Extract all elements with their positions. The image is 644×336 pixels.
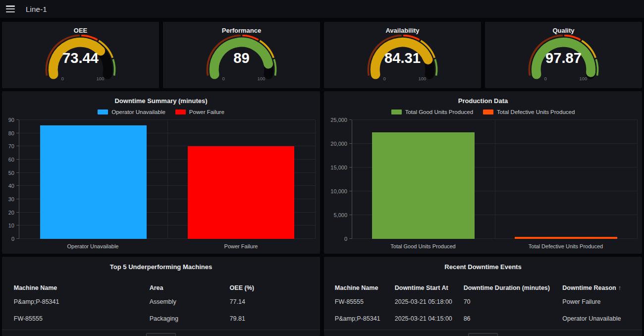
- gridline-vertical: [495, 120, 495, 239]
- table-row: P&amp;P-85341Assembly77.14: [2, 293, 320, 310]
- bar-total-good-units-produced[interactable]: [372, 132, 475, 239]
- y-axis-tick-label: 80: [8, 130, 14, 136]
- column-header-area[interactable]: Area: [150, 284, 230, 291]
- gridline-vertical: [167, 120, 168, 239]
- legend-label: Total Defective Units Produced: [497, 109, 575, 115]
- panel-title: Recent Downtime Events: [324, 264, 642, 271]
- legend-swatch-icon: [483, 110, 493, 114]
- y-axis-tick-label: 10,000: [330, 188, 347, 194]
- top-bar: Line-1: [0, 0, 644, 18]
- column-header-downtime-duration-minutes-[interactable]: Downtime Duration (minutes): [464, 284, 563, 291]
- x-axis-labels: Total Good Units ProducedTotal Defective…: [352, 239, 637, 252]
- legend-swatch-icon: [98, 110, 108, 114]
- y-axis: 05,00010,00015,00020,00025,000: [324, 120, 352, 239]
- gauge-value: 97.87: [545, 50, 582, 66]
- gauge-max-label: 100: [258, 76, 266, 81]
- table-cell: P&amp;P-85341: [14, 298, 150, 305]
- y-axis-tick-label: 15,000: [330, 165, 347, 170]
- table-cell: 79.81: [230, 315, 320, 322]
- column-header-machine-name[interactable]: Machine Name: [335, 284, 395, 291]
- gauge-min-label: 0: [222, 76, 225, 81]
- gauge-value: 73.44: [62, 50, 99, 66]
- hamburger-menu-icon[interactable]: [6, 5, 15, 12]
- pagination-button[interactable]: [146, 333, 176, 336]
- bar-power-failure[interactable]: [188, 146, 294, 239]
- performance-gauge: 890100: [163, 35, 320, 82]
- gauge-value: 89: [233, 50, 249, 66]
- panel-underperforming-machines-table: Top 5 Underperforming Machines Machine N…: [2, 257, 320, 336]
- panel-downtime-summary-chart: Downtime Summary (minutes) Operator Unav…: [2, 91, 320, 254]
- table-row: FW-855552025-03-21 05:18:0070Power Failu…: [324, 293, 642, 310]
- y-axis-tick-label: 0: [344, 236, 347, 242]
- panel-title: Downtime Summary (minutes): [2, 98, 320, 105]
- gauge-max-label: 100: [97, 76, 105, 81]
- table-body: FW-855552025-03-21 05:18:0070Power Failu…: [324, 293, 642, 327]
- table-cell: Assembly: [150, 298, 230, 305]
- panel-title: Top 5 Underperforming Machines: [2, 264, 320, 271]
- table-cell: 2025-03-21 05:18:00: [395, 298, 464, 305]
- plot-area: [352, 120, 637, 239]
- gauge-max-label: 100: [419, 76, 427, 81]
- gauge-min-label: 0: [383, 76, 386, 81]
- table-body: P&amp;P-85341Assembly77.14FW-85555Packag…: [2, 293, 320, 327]
- threshold-arc: [113, 59, 114, 76]
- column-header-oee-[interactable]: OEE (%): [230, 284, 320, 291]
- x-axis-category-label: Power Failure: [167, 239, 315, 252]
- table-header-row: Machine NameDowntime Start AtDowntime Du…: [324, 282, 642, 293]
- table-cell: Packaging: [150, 315, 230, 322]
- bar-total-defective-units-produced[interactable]: [515, 237, 617, 239]
- plot-area: [19, 120, 315, 239]
- y-axis-tick-label: 60: [8, 157, 14, 163]
- availability-gauge: 84.310100: [324, 35, 481, 82]
- panel-gauge-quality: Quality 97.870100: [485, 22, 642, 88]
- x-axis-category-label: Total Defective Units Produced: [494, 239, 637, 252]
- quality-gauge: 97.870100: [485, 35, 642, 82]
- threshold-arc: [274, 59, 275, 76]
- y-axis-tick-label: 50: [8, 170, 14, 176]
- sort-ascending-icon: ↑: [618, 284, 621, 291]
- legend-swatch-icon: [391, 110, 402, 114]
- table-cell: FW-85555: [335, 298, 395, 305]
- chart-legend: Total Good Units ProducedTotal Defective…: [324, 109, 642, 115]
- x-axis-category-label: Total Good Units Produced: [352, 239, 494, 252]
- panel-title: OEE: [74, 27, 87, 34]
- gridline-vertical: [637, 120, 638, 239]
- table-cell: 70: [464, 298, 563, 305]
- table-cell: P&amp;P-85341: [335, 315, 395, 322]
- column-header-downtime-start-at[interactable]: Downtime Start At: [395, 284, 464, 291]
- column-header-machine-name[interactable]: Machine Name: [14, 284, 150, 291]
- legend-item[interactable]: Operator Unavailable: [98, 109, 165, 115]
- legend-label: Operator Unavailable: [111, 109, 165, 115]
- panel-gauge-performance: Performance 890100: [163, 22, 320, 88]
- chart-legend: Operator UnavailablePower Failure: [2, 109, 320, 115]
- y-axis-tick-label: 30: [8, 196, 14, 202]
- column-header-downtime-reason[interactable]: Downtime Reason↑: [562, 284, 642, 291]
- legend-label: Power Failure: [189, 109, 224, 115]
- legend-item[interactable]: Total Good Units Produced: [391, 109, 473, 115]
- y-axis-tick-label: 20,000: [330, 141, 347, 147]
- panel-title: Production Data: [324, 98, 642, 105]
- panel-title: Quality: [552, 27, 574, 34]
- table-cell: 2025-03-21 04:15:00: [395, 315, 464, 322]
- legend-label: Total Good Units Produced: [405, 109, 473, 115]
- oee-gauge: 73.440100: [2, 35, 159, 82]
- y-axis-tick-label: 40: [8, 183, 14, 189]
- panel-title: Performance: [222, 27, 261, 34]
- y-axis-tick-label: 10: [8, 223, 14, 228]
- legend-item[interactable]: Power Failure: [175, 109, 224, 115]
- bar-operator-unavailable[interactable]: [40, 125, 147, 239]
- y-axis: 0102030405060708090: [2, 120, 19, 239]
- dashboard-grid: OEE 73.440100 Performance 890100 Availab…: [0, 18, 644, 336]
- gauge-min-label: 0: [61, 76, 64, 81]
- pagination-button[interactable]: [468, 333, 498, 336]
- table-cell: FW-85555: [14, 315, 150, 322]
- table-separator: [2, 330, 320, 330]
- panel-gauge-availability: Availability 84.310100: [324, 22, 481, 88]
- y-axis-tick-label: 20: [8, 210, 14, 216]
- threshold-arc: [596, 59, 597, 76]
- y-axis-tick-label: 70: [8, 143, 14, 149]
- gridline-vertical: [315, 120, 316, 239]
- table-cell: Operator Unavailable: [562, 315, 642, 322]
- legend-item[interactable]: Total Defective Units Produced: [483, 109, 575, 115]
- table-row: FW-85555Packaging79.81: [2, 310, 320, 327]
